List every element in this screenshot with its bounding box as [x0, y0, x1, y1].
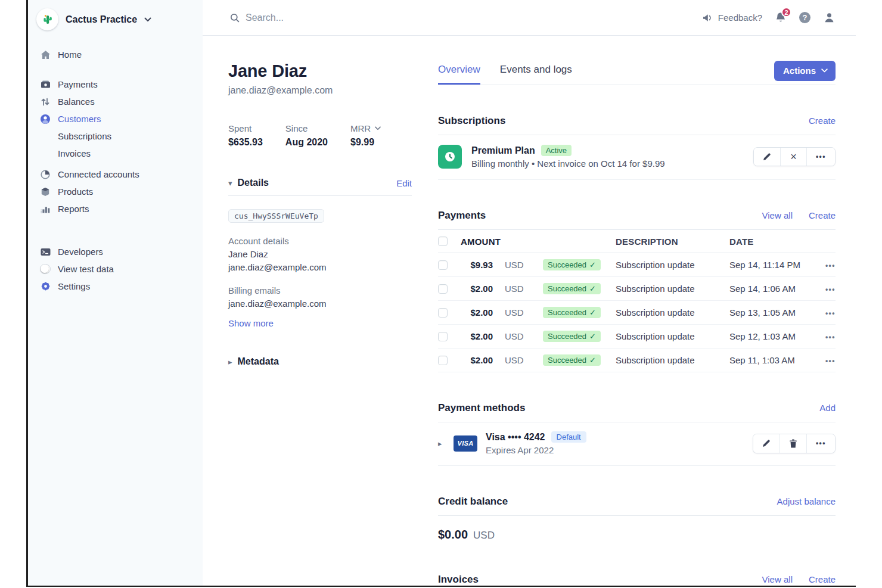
sidebar-item-label: Settings [58, 281, 90, 291]
subscription-plan-icon [438, 145, 462, 169]
select-all-checkbox[interactable] [438, 237, 448, 246]
add-payment-method-link[interactable]: Add [819, 403, 836, 413]
sidebar-item-label: Connected accounts [58, 169, 139, 179]
sidebar-item-label: Subscriptions [58, 131, 111, 141]
sidebar-item-customers[interactable]: Customers [40, 110, 197, 127]
more-options-icon[interactable]: ••• [825, 285, 836, 294]
payment-status: Succeeded [548, 356, 586, 365]
payment-currency: USD [505, 307, 530, 318]
cancel-subscription-button[interactable]: × [780, 148, 806, 166]
show-more-link[interactable]: Show more [228, 318, 274, 328]
sidebar-item-label: Balances [58, 97, 95, 107]
trash-icon [789, 439, 797, 448]
collapse-triangle-icon[interactable]: ▾ [228, 179, 232, 188]
payment-row[interactable]: $2.00 USD Succeeded✓ Subscription update… [438, 301, 836, 325]
view-all-invoices-link[interactable]: View all [762, 574, 793, 584]
row-checkbox[interactable] [438, 356, 448, 365]
metadata-title[interactable]: Metadata [238, 356, 279, 367]
actions-button[interactable]: Actions [774, 61, 836, 81]
check-icon: ✓ [589, 284, 596, 293]
row-checkbox[interactable] [438, 260, 448, 270]
more-options-icon[interactable]: ••• [825, 357, 836, 365]
payment-row[interactable]: $2.00 USD Succeeded✓ Subscription update… [438, 349, 836, 372]
edit-subscription-button[interactable] [754, 148, 780, 166]
create-invoice-link[interactable]: Create [809, 574, 836, 584]
more-options-icon[interactable]: ••• [825, 333, 836, 341]
payment-currency: USD [505, 355, 530, 365]
view-all-payments-link[interactable]: View all [762, 210, 793, 220]
user-menu-button[interactable] [823, 11, 836, 24]
payment-date: Sep 14, 1:06 AM [729, 284, 819, 294]
main-area: Feedback? 2 ? [203, 0, 856, 586]
notifications-button[interactable]: 2 [775, 11, 787, 24]
chevron-down-icon[interactable] [375, 126, 381, 130]
test-data-toggle[interactable] [40, 264, 51, 274]
help-button[interactable]: ? [799, 12, 810, 23]
create-payment-link[interactable]: Create [809, 210, 836, 220]
clock-icon [443, 150, 456, 163]
divider [228, 195, 412, 196]
feedback-button[interactable]: Feedback? [702, 13, 762, 23]
subscriptions-title: Subscriptions [438, 115, 505, 127]
sidebar-item-view-test-data[interactable]: View test data [40, 260, 197, 278]
sidebar-item-payments[interactable]: Payments [40, 76, 197, 93]
customer-id-badge[interactable]: cus_HwySSSrWEuVeTp [228, 209, 324, 223]
sidebar-item-subscriptions[interactable]: Subscriptions [40, 127, 197, 145]
sidebar-item-settings[interactable]: Settings [40, 278, 197, 295]
row-checkbox[interactable] [438, 332, 448, 341]
delete-card-button[interactable] [779, 434, 806, 453]
payment-row[interactable]: $2.00 USD Succeeded✓ Subscription update… [438, 325, 836, 349]
status-badge: Active [541, 145, 572, 156]
account-switcher[interactable]: Cactus Practice [36, 8, 197, 30]
payment-date: Sep 14, 11:14 PM [729, 260, 819, 270]
reports-icon [40, 204, 51, 213]
invoices-section: Invoices View all Create [438, 574, 836, 587]
products-icon [40, 187, 51, 197]
sidebar-item-products[interactable]: Products [40, 183, 197, 200]
row-checkbox[interactable] [438, 308, 448, 318]
subscription-more-button[interactable]: ••• [806, 148, 835, 166]
edit-card-button[interactable] [753, 434, 779, 453]
check-icon: ✓ [589, 356, 596, 365]
sidebar-item-invoices[interactable]: Invoices [40, 145, 197, 162]
feedback-label: Feedback? [718, 13, 762, 23]
sidebar-item-developers[interactable]: Developers [40, 243, 197, 260]
expand-triangle-icon[interactable]: ▸ [228, 357, 232, 366]
sidebar: Cactus Practice Home Payments Balances [28, 0, 203, 586]
sidebar-item-reports[interactable]: Reports [40, 200, 197, 217]
close-icon: × [790, 153, 797, 161]
cactus-icon [41, 13, 54, 26]
payment-currency: USD [505, 331, 530, 341]
payment-method-row[interactable]: ▸ VISA Visa •••• 4242 Default Expires Ap… [438, 422, 836, 466]
search-bar[interactable] [230, 13, 702, 23]
sidebar-item-balances[interactable]: Balances [40, 93, 197, 110]
card-title: Visa •••• 4242 [486, 432, 545, 443]
subscription-row[interactable]: Premium Plan Active Billing monthly • Ne… [438, 135, 836, 180]
plan-billing-detail: Billing monthly • Next invoice on Oct 14… [471, 158, 665, 169]
balances-icon [40, 97, 51, 107]
search-input[interactable] [246, 13, 496, 23]
tab-events-and-logs[interactable]: Events and logs [500, 61, 572, 85]
payments-section: Payments View all Create AMOUNT DESCRIPT… [438, 210, 836, 372]
tab-overview[interactable]: Overview [438, 61, 480, 85]
row-checkbox[interactable] [438, 284, 448, 294]
payment-status: Succeeded [548, 284, 586, 293]
more-options-icon[interactable]: ••• [825, 262, 836, 270]
expand-triangle-icon[interactable]: ▸ [438, 439, 454, 448]
topbar-actions: Feedback? 2 ? [702, 11, 836, 24]
sidebar-item-home[interactable]: Home [40, 46, 197, 63]
stat-mrr: MRR $9.99 [350, 123, 381, 148]
subscriptions-section: Subscriptions Create [438, 115, 836, 180]
create-subscription-link[interactable]: Create [809, 116, 836, 126]
customer-detail-panels: Overview Events and logs Actions Subscri… [438, 61, 836, 587]
stat-value: $9.99 [350, 137, 381, 148]
more-options-icon[interactable]: ••• [825, 309, 836, 318]
payment-row[interactable]: $9.93 USD Succeeded✓ Subscription update… [438, 253, 836, 277]
sidebar-item-label: Customers [58, 114, 101, 124]
adjust-balance-link[interactable]: Adjust balance [777, 496, 836, 506]
edit-details-link[interactable]: Edit [396, 178, 412, 188]
payment-amount: $2.00 [461, 331, 493, 341]
sidebar-item-connected-accounts[interactable]: Connected accounts [40, 166, 197, 183]
card-more-button[interactable]: ••• [806, 434, 835, 453]
payment-row[interactable]: $2.00 USD Succeeded✓ Subscription update… [438, 277, 836, 301]
